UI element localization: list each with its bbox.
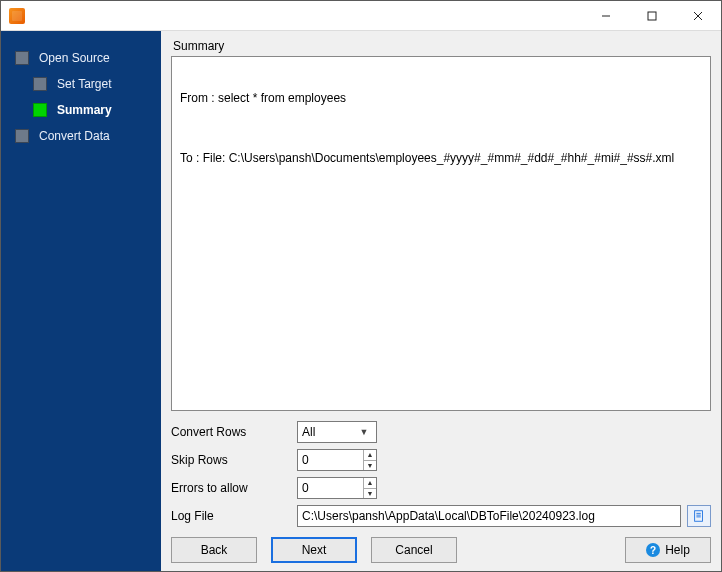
stepper-up-icon[interactable]: ▲ xyxy=(364,450,376,461)
step-marker-icon xyxy=(15,51,29,65)
skip-rows-stepper[interactable]: ▲ ▼ xyxy=(297,449,377,471)
summary-heading: Summary xyxy=(173,39,709,53)
help-button-label: Help xyxy=(665,543,690,557)
step-open-source[interactable]: Open Source xyxy=(1,45,161,71)
skip-rows-input[interactable] xyxy=(298,450,363,470)
step-marker-icon xyxy=(15,129,29,143)
close-icon xyxy=(693,11,703,21)
step-label: Summary xyxy=(57,103,112,117)
step-summary[interactable]: Summary xyxy=(1,97,161,123)
errors-allow-input[interactable] xyxy=(298,478,363,498)
step-convert-data[interactable]: Convert Data xyxy=(1,123,161,149)
convert-rows-value: All xyxy=(302,425,356,439)
step-marker-icon xyxy=(33,103,47,117)
options-form: Convert Rows All ▼ Skip Rows ▲ ▼ xyxy=(171,421,711,527)
wizard-button-bar: Back Next Cancel ? Help xyxy=(171,537,711,563)
step-label: Set Target xyxy=(57,77,111,91)
step-label: Open Source xyxy=(39,51,110,65)
next-button-label: Next xyxy=(302,543,327,557)
back-button-label: Back xyxy=(201,543,228,557)
stepper-up-icon[interactable]: ▲ xyxy=(364,478,376,489)
app-window: Open Source Set Target Summary Convert D… xyxy=(0,0,722,572)
step-label: Convert Data xyxy=(39,129,110,143)
cancel-button[interactable]: Cancel xyxy=(371,537,457,563)
maximize-icon xyxy=(647,11,657,21)
cancel-button-label: Cancel xyxy=(395,543,432,557)
wizard-sidebar: Open Source Set Target Summary Convert D… xyxy=(1,31,161,571)
skip-rows-label: Skip Rows xyxy=(171,453,291,467)
errors-allow-label: Errors to allow xyxy=(171,481,291,495)
summary-to-line: To : File: C:\Users\pansh\Documents\empl… xyxy=(180,151,702,165)
minimize-icon xyxy=(601,11,611,21)
svg-rect-1 xyxy=(648,12,656,20)
document-icon xyxy=(692,509,706,523)
stepper-down-icon[interactable]: ▼ xyxy=(364,461,376,471)
close-button[interactable] xyxy=(675,1,721,31)
minimize-button[interactable] xyxy=(583,1,629,31)
summary-from-line: From : select * from employees xyxy=(180,91,702,105)
step-marker-icon xyxy=(33,77,47,91)
stepper-down-icon[interactable]: ▼ xyxy=(364,489,376,499)
logfile-label: Log File xyxy=(171,509,291,523)
svg-rect-4 xyxy=(695,511,703,522)
app-icon xyxy=(9,8,25,24)
chevron-down-icon: ▼ xyxy=(356,422,372,442)
summary-textbox[interactable]: From : select * from employees To : File… xyxy=(171,56,711,411)
next-button[interactable]: Next xyxy=(271,537,357,563)
errors-allow-stepper[interactable]: ▲ ▼ xyxy=(297,477,377,499)
help-icon: ? xyxy=(646,543,660,557)
main-panel: Summary From : select * from employees T… xyxy=(161,31,721,571)
convert-rows-label: Convert Rows xyxy=(171,425,291,439)
logfile-input[interactable] xyxy=(297,505,681,527)
maximize-button[interactable] xyxy=(629,1,675,31)
step-set-target[interactable]: Set Target xyxy=(1,71,161,97)
convert-rows-select[interactable]: All ▼ xyxy=(297,421,377,443)
help-button[interactable]: ? Help xyxy=(625,537,711,563)
titlebar xyxy=(1,1,721,31)
logfile-browse-button[interactable] xyxy=(687,505,711,527)
back-button[interactable]: Back xyxy=(171,537,257,563)
